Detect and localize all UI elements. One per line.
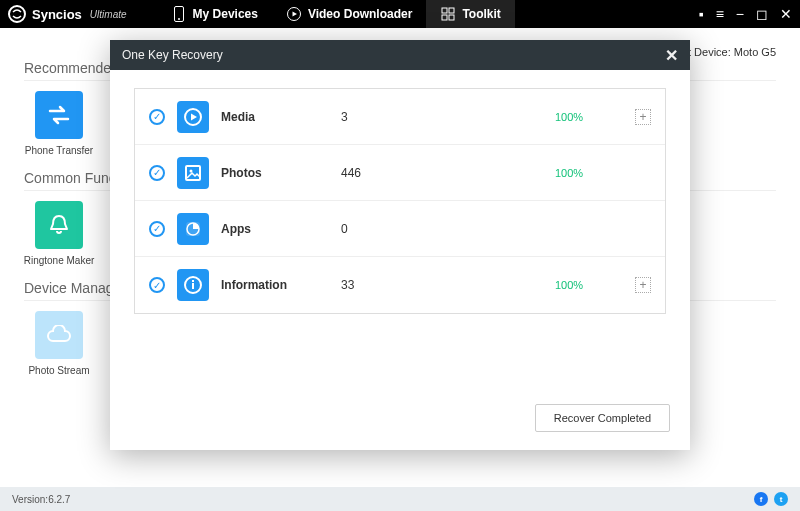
dialog-title: One Key Recovery (122, 48, 223, 62)
expand-icon[interactable]: + (635, 277, 651, 293)
checkbox-media[interactable] (149, 109, 165, 125)
row-count: 3 (341, 110, 461, 124)
apps-icon (177, 213, 209, 245)
dialog-footer: Recover Completed (110, 390, 690, 450)
row-count: 446 (341, 166, 461, 180)
row-apps: Apps 0 (135, 201, 665, 257)
row-name: Information (221, 278, 341, 292)
checkbox-photos[interactable] (149, 165, 165, 181)
row-media: Media 3 100% + (135, 89, 665, 145)
row-percent: 100% (555, 111, 635, 123)
photos-icon (177, 157, 209, 189)
row-name: Apps (221, 222, 341, 236)
recovery-list: Media 3 100% + Photos 446 100% (134, 88, 666, 314)
svg-rect-13 (192, 283, 194, 289)
recover-completed-button[interactable]: Recover Completed (535, 404, 670, 432)
dialog-body: Media 3 100% + Photos 446 100% (110, 70, 690, 390)
row-percent: 100% (555, 279, 635, 291)
media-icon (177, 101, 209, 133)
close-icon[interactable]: ✕ (665, 46, 678, 65)
row-count: 0 (341, 222, 461, 236)
dialog-header: One Key Recovery ✕ (110, 40, 690, 70)
row-percent: 100% (555, 167, 635, 179)
row-name: Photos (221, 166, 341, 180)
row-count: 33 (341, 278, 461, 292)
svg-rect-14 (192, 280, 194, 282)
info-icon (177, 269, 209, 301)
expand-icon[interactable]: + (635, 109, 651, 125)
row-photos: Photos 446 100% (135, 145, 665, 201)
checkbox-apps[interactable] (149, 221, 165, 237)
row-information: Information 33 100% + (135, 257, 665, 313)
checkbox-information[interactable] (149, 277, 165, 293)
one-key-recovery-dialog: One Key Recovery ✕ Media 3 100% + Photos (110, 40, 690, 450)
modal-backdrop: One Key Recovery ✕ Media 3 100% + Photos (0, 0, 800, 511)
row-name: Media (221, 110, 341, 124)
